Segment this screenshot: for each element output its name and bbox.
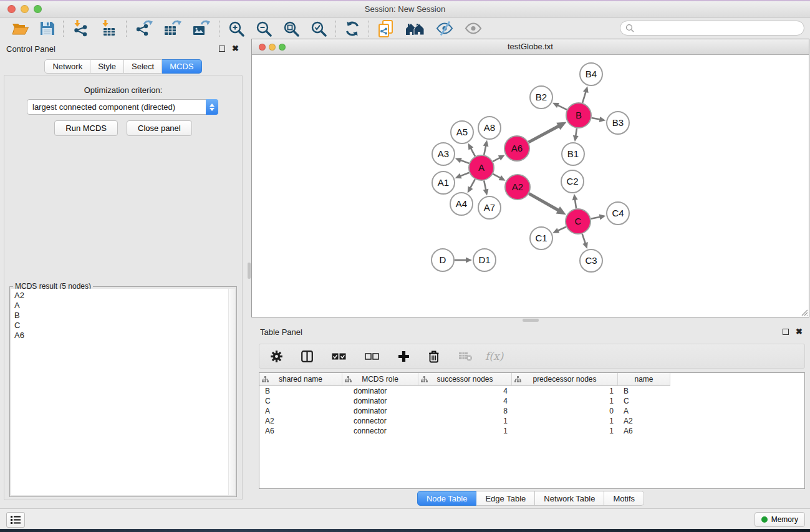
graph-edge-A-A4[interactable]	[468, 179, 475, 193]
hide-selected-icon[interactable]	[430, 19, 459, 39]
apply-layout-icon[interactable]	[339, 19, 365, 39]
network-maximize-button[interactable]	[279, 44, 286, 51]
select-all-icon[interactable]	[325, 346, 352, 366]
mcds-result-item[interactable]: A2	[14, 291, 235, 301]
horizontal-splitter-handle[interactable]	[523, 319, 539, 322]
mcds-result-item[interactable]: A	[14, 301, 235, 311]
table-row[interactable]: Adominator80A	[259, 406, 804, 416]
column-header-predecessor-nodes[interactable]: predecessor nodes	[512, 373, 618, 386]
table-cell[interactable]: 1	[418, 417, 512, 425]
table-cell[interactable]: connector	[342, 417, 418, 425]
mcds-result-item[interactable]: C	[14, 321, 235, 331]
graph-edge-A-A1[interactable]	[455, 173, 470, 179]
graph-edge-A-A2[interactable]	[493, 174, 506, 181]
graph-edge-A6-B[interactable]	[529, 122, 567, 142]
graph-edge-A-A5[interactable]	[468, 143, 475, 157]
resize-grip[interactable]	[799, 307, 808, 316]
zoom-selected-icon[interactable]	[305, 19, 332, 39]
graph-edge-D-D1[interactable]	[455, 258, 472, 263]
graph-node-A5[interactable]: A5	[451, 121, 473, 143]
table-cell[interactable]: B	[618, 387, 670, 395]
table-row[interactable]: A6connector11A6	[259, 426, 804, 436]
export-network-icon[interactable]	[130, 19, 158, 39]
graph-node-A[interactable]: A	[469, 155, 494, 180]
table-cell[interactable]: 8	[418, 407, 512, 415]
graph-edge-C-C3[interactable]	[582, 234, 588, 249]
table-cell[interactable]: C	[259, 397, 342, 405]
table-cell[interactable]: A6	[618, 427, 670, 435]
table-cell[interactable]: dominator	[342, 397, 418, 405]
graph-edge-A-A8[interactable]	[483, 140, 489, 155]
gear-icon[interactable]	[264, 346, 289, 366]
memory-button[interactable]: Memory	[755, 512, 805, 527]
export-table-icon[interactable]	[158, 19, 187, 39]
network-window-titlebar[interactable]: testGlobe.txt	[252, 39, 809, 55]
network-close-button[interactable]	[259, 44, 266, 51]
table-cell[interactable]: 0	[512, 407, 618, 415]
tab-mcds[interactable]: MCDS	[162, 59, 201, 74]
table-cell[interactable]: 1	[512, 397, 618, 405]
tab-style[interactable]: Style	[90, 59, 124, 74]
column-header-shared-name[interactable]: shared name	[259, 373, 342, 386]
search-input[interactable]	[634, 24, 799, 32]
mcds-result-item[interactable]: B	[14, 311, 235, 321]
table-cell[interactable]: A2	[259, 417, 342, 425]
deselect-all-icon[interactable]	[359, 346, 385, 366]
scrollbar[interactable]	[228, 289, 235, 495]
table-cell[interactable]: 1	[512, 417, 618, 425]
table-cell[interactable]: 4	[418, 387, 512, 395]
split-columns-icon[interactable]	[295, 346, 319, 366]
mcds-result-item[interactable]: A6	[14, 331, 235, 341]
delete-column-icon[interactable]	[422, 346, 446, 366]
graph-node-B2[interactable]: B2	[530, 86, 552, 109]
run-mcds-button[interactable]: Run MCDS	[54, 120, 118, 136]
graph-edge-C-C4[interactable]	[591, 215, 606, 220]
float-panel-icon[interactable]	[219, 46, 225, 52]
add-column-icon[interactable]	[392, 346, 416, 366]
network-graph[interactable]: B4B2BB3A8A5A6A3B1AA1C2A2A4A7C4CC1C3DD1	[252, 55, 809, 316]
import-network-icon[interactable]	[67, 19, 95, 39]
tab-select[interactable]: Select	[124, 59, 162, 74]
graph-node-D[interactable]: D	[432, 249, 454, 271]
import-table-icon[interactable]	[95, 19, 123, 39]
close-panel-button[interactable]: Close panel	[127, 120, 192, 136]
table-row[interactable]: A2connector11A2	[259, 416, 804, 426]
zoom-fit-icon[interactable]	[277, 19, 305, 39]
graph-node-C2[interactable]: C2	[561, 170, 584, 193]
float-panel-icon[interactable]	[783, 329, 789, 335]
function-builder-icon[interactable]: f(x)	[485, 350, 503, 362]
table-row[interactable]: Bdominator41B	[259, 386, 804, 396]
graph-node-A8[interactable]: A8	[478, 117, 501, 139]
graph-node-C4[interactable]: C4	[607, 202, 629, 225]
graph-edge-B-B4[interactable]	[582, 86, 589, 103]
graph-edge-A2-C[interactable]	[529, 193, 566, 215]
table-cell[interactable]: C	[618, 397, 670, 405]
show-all-networks-icon[interactable]	[400, 19, 430, 39]
table-cell[interactable]: 1	[512, 427, 618, 435]
tab-motifs[interactable]: Motifs	[604, 491, 644, 506]
graph-node-B1[interactable]: B1	[562, 143, 584, 165]
column-header-successor-nodes[interactable]: successor nodes	[418, 373, 512, 386]
graph-node-A2[interactable]: A2	[505, 175, 530, 200]
new-network-from-selection-icon[interactable]	[372, 19, 400, 39]
zoom-in-icon[interactable]	[223, 19, 250, 39]
zoom-out-icon[interactable]	[250, 19, 277, 39]
tab-edge-table[interactable]: Edge Table	[476, 491, 535, 506]
table-cell[interactable]: A	[259, 407, 342, 415]
graph-node-A1[interactable]: A1	[432, 172, 455, 194]
table-cell[interactable]: A2	[618, 417, 670, 425]
table-cell[interactable]: A	[618, 407, 670, 415]
graph-edge-B-B3[interactable]	[592, 117, 606, 122]
table-cell[interactable]: dominator	[342, 387, 418, 395]
graph-node-C[interactable]: C	[566, 209, 591, 234]
show-hidden-icon[interactable]	[459, 19, 488, 39]
graph-node-A7[interactable]: A7	[478, 196, 501, 219]
graph-node-A3[interactable]: A3	[432, 143, 455, 165]
graph-edge-A-A6[interactable]	[493, 155, 504, 162]
vertical-splitter-handle[interactable]	[248, 263, 251, 279]
graph-node-A4[interactable]: A4	[450, 193, 473, 215]
table-cell[interactable]: dominator	[342, 407, 418, 415]
close-panel-icon[interactable]: ✖	[796, 329, 803, 335]
save-session-icon[interactable]	[34, 19, 60, 39]
column-header-name[interactable]: name	[618, 373, 670, 386]
